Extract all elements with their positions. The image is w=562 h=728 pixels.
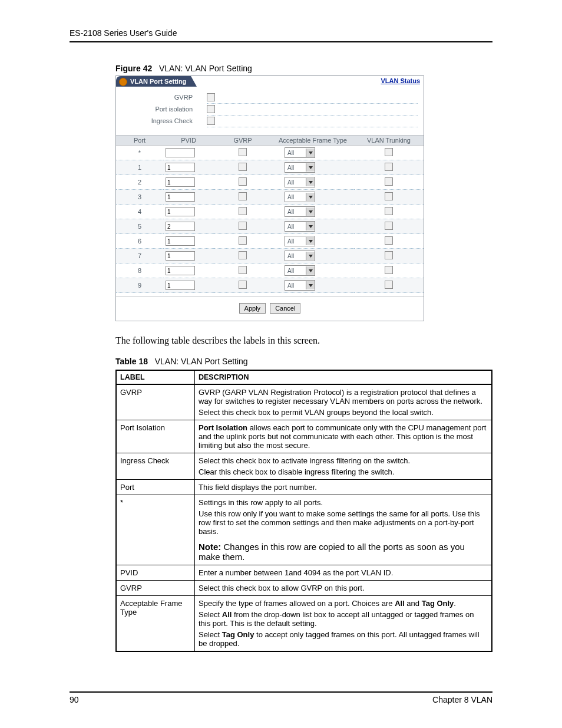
chevron-down-icon [306,207,315,216]
desc-label-cell: Port Isolation [116,420,195,453]
pvid-input[interactable] [166,266,195,275]
desc-row: GVRPGVRP (GARP VLAN Registration Protoco… [116,384,492,420]
page-number: 90 [70,695,79,704]
ingress-check-checkbox[interactable] [207,117,215,125]
gvrp-row-checkbox[interactable] [239,222,247,230]
vlan-trunking-checkbox[interactable] [385,177,393,186]
acceptable-frame-type-select[interactable]: All [285,221,315,232]
svg-marker-9 [309,284,313,287]
gvrp-row-checkbox[interactable] [239,281,247,289]
svg-marker-1 [309,166,313,169]
port-cell: 4 [116,205,163,219]
desc-label-cell: * [116,495,195,565]
vlan-trunking-checkbox[interactable] [385,222,393,230]
gvrp-row-checkbox[interactable] [239,148,247,156]
ingress-check-label: Ingress Check [122,117,207,124]
desc-row: Acceptable Frame TypeSpecify the type of… [116,596,492,652]
gvrp-row-checkbox[interactable] [239,192,247,200]
acceptable-frame-type-select[interactable]: All [285,251,315,261]
apply-button[interactable]: Apply [239,303,266,314]
gvrp-label: GVRP [122,94,207,101]
desc-text-cell: Settings in this row apply to all ports.… [195,495,492,565]
desc-row: PortThis field displays the port number. [116,480,492,495]
acceptable-frame-type-select[interactable]: All [285,192,315,202]
acceptable-frame-type-select[interactable]: All [285,162,315,173]
svg-marker-7 [309,255,313,258]
desc-text-cell: Port Isolation allows each port to commu… [195,420,492,453]
table-row: 4All [116,205,424,219]
acceptable-frame-type-select[interactable]: All [285,280,315,291]
port-isolation-label: Port isolation [122,106,207,113]
gvrp-row-checkbox[interactable] [239,207,247,215]
chevron-down-icon [306,222,315,230]
pvid-input[interactable] [166,207,195,216]
description-table: LABEL DESCRIPTION GVRPGVRP (GARP VLAN Re… [115,370,492,652]
table-row: 6All [116,234,424,249]
desc-text-cell: This field displays the port number. [195,480,492,495]
desc-label-cell: PVID [116,565,195,581]
pvid-input[interactable] [166,251,195,261]
desc-text-cell: Select this check box to allow GVRP on t… [195,581,492,596]
vlan-trunking-checkbox[interactable] [385,251,393,259]
intro-paragraph: The following table describes the labels… [115,335,492,346]
port-cell: 1 [116,160,163,175]
svg-marker-3 [309,196,313,199]
pvid-input[interactable] [166,148,195,157]
acceptable-frame-type-select[interactable]: All [285,206,315,217]
gvrp-row-checkbox[interactable] [239,177,247,186]
acceptable-frame-type-select[interactable]: All [285,147,315,158]
vlan-status-link[interactable]: VLAN Status [381,77,420,84]
pvid-input[interactable] [166,222,195,231]
chapter-label: Chapter 8 VLAN [432,695,492,704]
desc-row: Ingress CheckSelect this check box to ac… [116,453,492,480]
gvrp-row-checkbox[interactable] [239,236,247,245]
gvrp-row-checkbox[interactable] [239,163,247,171]
chevron-down-icon [306,252,315,260]
vlan-trunking-checkbox[interactable] [385,192,393,200]
pvid-input[interactable] [166,236,195,246]
pvid-input[interactable] [166,281,195,290]
svg-marker-5 [309,225,313,228]
vlan-trunking-checkbox[interactable] [385,163,393,171]
port-isolation-checkbox[interactable] [207,105,215,113]
acceptable-frame-type-select[interactable]: All [285,265,315,276]
port-cell: 3 [116,190,163,205]
vlan-port-setting-panel: VLAN Port Setting VLAN Status GVRP Port … [115,75,424,321]
chevron-down-icon [306,149,315,157]
gvrp-row-checkbox[interactable] [239,251,247,259]
desc-row: GVRPSelect this check box to allow GVRP … [116,581,492,596]
svg-marker-6 [309,240,313,243]
vlan-trunking-checkbox[interactable] [385,207,393,215]
vlan-trunking-checkbox[interactable] [385,266,393,274]
desc-label-cell: Ingress Check [116,453,195,480]
page-footer: 90 Chapter 8 VLAN [70,691,492,704]
desc-col-desc: DESCRIPTION [195,370,492,384]
acceptable-frame-type-select[interactable]: All [285,236,315,246]
gvrp-row-checkbox[interactable] [239,266,247,274]
pvid-input[interactable] [166,163,195,172]
col-pvid: PVID [163,136,214,146]
port-cell: 5 [116,219,163,234]
acceptable-frame-type-select[interactable]: All [285,177,315,187]
chevron-down-icon [306,163,315,172]
port-cell: * [116,146,163,160]
chevron-down-icon [306,178,315,186]
header-rule [70,41,492,42]
pvid-input[interactable] [166,177,195,187]
svg-marker-0 [309,151,313,154]
svg-marker-4 [309,210,313,213]
vlan-trunking-checkbox[interactable] [385,148,393,156]
table-row: 5All [116,219,424,234]
pvid-input[interactable] [166,192,195,202]
chevron-down-icon [306,281,315,289]
table-row: 2All [116,175,424,190]
vlan-trunking-checkbox[interactable] [385,236,393,245]
desc-row: Port IsolationPort Isolation allows each… [116,420,492,453]
chevron-down-icon [306,237,315,245]
desc-label-cell: GVRP [116,384,195,420]
cancel-button[interactable]: Cancel [270,303,300,314]
svg-marker-8 [309,269,313,272]
vlan-trunking-checkbox[interactable] [385,281,393,289]
gvrp-checkbox[interactable] [207,93,215,101]
desc-row: PVIDEnter a number between 1and 4094 as … [116,565,492,581]
